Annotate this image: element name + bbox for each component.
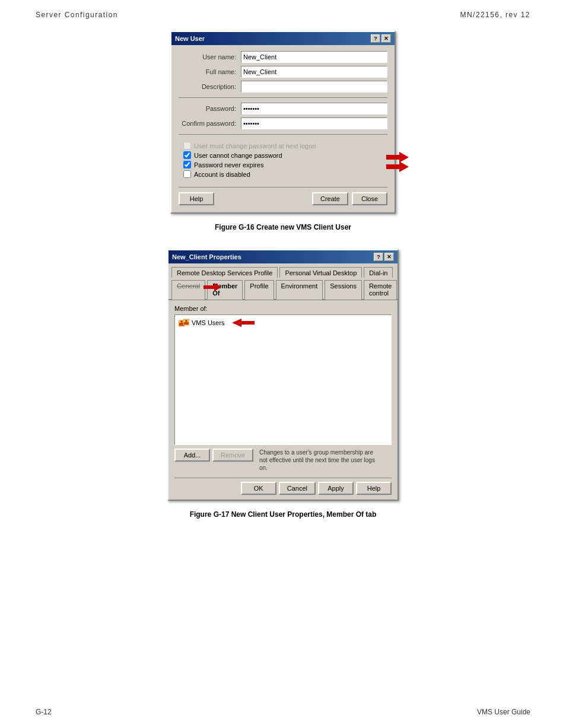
svg-point-4 xyxy=(180,320,183,323)
tab-general[interactable]: General xyxy=(171,280,205,300)
header-left: Server Configuration xyxy=(36,11,118,19)
dialog2-title: New_Client Properties xyxy=(172,253,241,260)
apply-button[interactable]: Apply xyxy=(318,482,354,495)
cancel-button[interactable]: Cancel xyxy=(279,482,316,495)
cb-disabled[interactable] xyxy=(183,170,191,178)
figure17-caption: Figure G-17 New Client User Properties, … xyxy=(190,510,377,519)
dialog1-title: New User xyxy=(175,35,205,42)
remove-button[interactable]: Remove xyxy=(212,449,253,462)
help-button-2[interactable]: Help xyxy=(356,482,392,495)
tab-environment[interactable]: Environment xyxy=(276,280,323,300)
svg-rect-8 xyxy=(184,322,189,325)
header-right: MN/22156, rev 12 xyxy=(460,11,530,19)
password-label: Password: xyxy=(179,105,241,112)
membership-note: Changes to a user's group membership are… xyxy=(259,449,378,472)
tab-rdsp[interactable]: Remote Desktop Services Profile xyxy=(171,267,278,278)
tab-pvd[interactable]: Personal Virtual Desktop xyxy=(279,267,362,278)
dialog1-titlebar: New User ? ✕ xyxy=(171,32,395,45)
tab-dialin[interactable]: Dial-in xyxy=(364,267,393,278)
dialog1-help-btn[interactable]: ? xyxy=(371,34,380,43)
svg-point-7 xyxy=(185,320,187,322)
member-arrow-annotation xyxy=(232,319,255,327)
svg-marker-1 xyxy=(386,161,409,172)
password-input[interactable] xyxy=(241,103,387,115)
tab-profile[interactable]: Profile xyxy=(244,280,274,300)
figure16-caption: Figure G-16 Create new VMS Client User xyxy=(215,223,351,231)
cb-disabled-label: Account is disabled xyxy=(194,171,250,178)
username-input[interactable] xyxy=(241,51,387,63)
dialog2-titlebar: New_Client Properties ? ✕ xyxy=(168,250,398,263)
footer-left: G-12 xyxy=(36,708,52,716)
fullname-input[interactable] xyxy=(241,66,387,78)
dialog2-help-btn[interactable]: ? xyxy=(374,253,383,261)
svg-marker-2 xyxy=(203,283,221,291)
vms-users-label: VMS Users xyxy=(192,319,225,326)
cb-cannot-change-label: User cannot change password xyxy=(194,152,282,159)
footer-right: VMS User Guide xyxy=(477,708,530,716)
member-list-box: VMS Users xyxy=(174,314,392,445)
group-icon xyxy=(179,318,189,328)
figure16-dialog: New User ? ✕ User name: Full name: Descr… xyxy=(170,31,396,214)
description-label: Description: xyxy=(179,83,241,90)
dialog1-close-btn[interactable]: ✕ xyxy=(381,34,391,43)
confirm-label: Confirm password: xyxy=(179,120,241,127)
help-button[interactable]: Help xyxy=(179,192,214,205)
cb-never-expires-label: Password never expires xyxy=(194,161,263,169)
dialog2-close-btn[interactable]: ✕ xyxy=(384,253,394,261)
tab-arrow-annotation xyxy=(203,283,221,291)
cb-never-expires[interactable] xyxy=(183,161,191,169)
svg-marker-9 xyxy=(232,319,255,327)
member-of-label: Member of: xyxy=(174,305,392,312)
confirm-input[interactable] xyxy=(241,117,387,129)
member-list-item: VMS Users xyxy=(177,317,389,328)
cb-must-change[interactable] xyxy=(183,142,191,150)
tab-remotecontrol[interactable]: Remote control xyxy=(364,280,398,300)
arrow-annotation-2 xyxy=(386,161,409,172)
add-button[interactable]: Add... xyxy=(174,449,210,462)
close-button[interactable]: Close xyxy=(352,192,387,205)
create-button[interactable]: Create xyxy=(312,192,348,205)
fullname-label: Full name: xyxy=(179,68,241,75)
cb-must-change-label: User must change password at next logon xyxy=(194,142,316,150)
tab-sessions[interactable]: Sessions xyxy=(325,280,362,300)
cb-cannot-change[interactable] xyxy=(183,151,191,159)
ok-button[interactable]: OK xyxy=(241,482,276,495)
username-label: User name: xyxy=(179,53,241,61)
description-input[interactable] xyxy=(241,81,387,93)
figure17-dialog: New_Client Properties ? ✕ Remote Desktop… xyxy=(167,249,399,501)
